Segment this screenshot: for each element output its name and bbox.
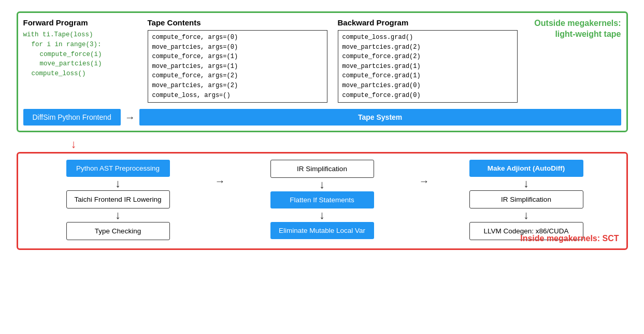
arrow-down-2: ↓: [115, 210, 121, 221]
code-line-1: with ti.Tape(loss): [23, 30, 137, 40]
back-row-4: move_partcies.grad(1): [342, 62, 513, 72]
tape-system-bar: Tape System: [139, 109, 621, 126]
back-row-1: compute_loss.grad(): [342, 33, 513, 43]
bottom-grid: Python AST Preprocessing ↓ Taichi Fronte…: [26, 160, 618, 240]
h-arrow-1: →: [213, 175, 227, 187]
pipeline-col-1: Python AST Preprocessing ↓ Taichi Fronte…: [26, 160, 210, 240]
arrow-down-5: ↓: [523, 178, 529, 189]
tape-row-3: compute_force, args=(1): [152, 52, 323, 62]
arrow-to-tape: →: [125, 112, 135, 123]
col1-to-col2-arrow: →: [210, 160, 231, 187]
tape-row-1: compute_force, args=(0): [152, 33, 323, 43]
forward-program-title: Forward Program: [23, 18, 137, 27]
tape-row-6: move_partcies, args=(2): [152, 81, 323, 91]
code-line-4: move_partcies(i): [40, 59, 137, 69]
back-row-7: compute_force.grad(0): [342, 91, 513, 101]
eliminate-mutable-box: Eliminate Mutable Local Var: [270, 222, 374, 239]
forward-program-code: with ti.Tape(loss) for i in range(3): co…: [23, 30, 137, 79]
tape-row-4: move_partcies, args=(1): [152, 62, 323, 72]
tape-row-7: compute_loss, args=(): [152, 91, 323, 101]
pipeline-col-3: Make Adjiont (AutoDiff) ↓ IR Simplificat…: [435, 160, 618, 240]
tape-row-5: compute_force, args=(2): [152, 71, 323, 81]
h-arrow-2: →: [417, 175, 432, 187]
back-row-3: compute_force.grad(2): [342, 52, 513, 62]
back-row-5: compute_force.grad(1): [342, 71, 513, 81]
back-row-2: move_partcies.grad(2): [342, 43, 513, 52]
tape-contents-title: Tape Contents: [148, 18, 327, 27]
inside-megakernels-label: Inside megakernels: SCT: [520, 234, 619, 243]
col2-to-col3-arrow: →: [414, 160, 435, 187]
ir-simplification-box-1: IR Simplification: [270, 160, 374, 178]
blue-bars-row: DiffSim Python Frontend → Tape System: [23, 109, 621, 126]
tape-table: compute_force, args=(0) move_partcies, a…: [148, 30, 327, 103]
code-line-3: compute_force(i): [40, 50, 137, 60]
type-checking-box: Type Checking: [66, 222, 170, 240]
python-ast-box: Python AST Preprocessing: [66, 160, 170, 177]
arrow-down-1: ↓: [115, 178, 121, 189]
taichi-frontend-box: Taichi Frontend IR Lowering: [66, 190, 170, 208]
top-section: Forward Program with ti.Tape(loss) for i…: [17, 11, 628, 132]
back-row-6: move_partcies.grad(0): [342, 81, 513, 91]
back-table: compute_loss.grad() move_partcies.grad(2…: [338, 30, 518, 103]
code-line-2: for i in range(3):: [32, 40, 137, 50]
outside-megakernels-label: Outside megakernels:light-weight tape: [528, 18, 621, 40]
make-adjoint-box: Make Adjiont (AutoDiff): [469, 160, 583, 177]
section-connector-arrow: ↓: [71, 137, 77, 151]
tape-contents-panel: Tape Contents compute_force, args=(0) mo…: [148, 18, 327, 103]
flatten-if-box: Flatten If Statements: [270, 191, 374, 208]
bottom-section: Python AST Preprocessing ↓ Taichi Fronte…: [17, 152, 628, 250]
pipeline-col-2: IR Simplification ↓ Flatten If Statement…: [231, 160, 414, 239]
code-line-5: compute_loss(): [32, 69, 137, 79]
tape-row-2: move_partcies, args=(0): [152, 43, 323, 52]
ir-simplification-box-2: IR Simplification: [469, 190, 583, 208]
arrow-down-6: ↓: [523, 210, 529, 221]
arrow-down-4: ↓: [319, 210, 325, 221]
diffsim-frontend-bar: DiffSim Python Frontend: [23, 109, 121, 126]
backward-program-title: Backward Program: [338, 18, 518, 27]
forward-program-panel: Forward Program with ti.Tape(loss) for i…: [23, 18, 137, 79]
backward-program-panel: Backward Program compute_loss.grad() mov…: [338, 18, 518, 103]
diagram: Forward Program with ti.Tape(loss) for i…: [11, 6, 633, 328]
arrow-down-3: ↓: [319, 179, 325, 190]
